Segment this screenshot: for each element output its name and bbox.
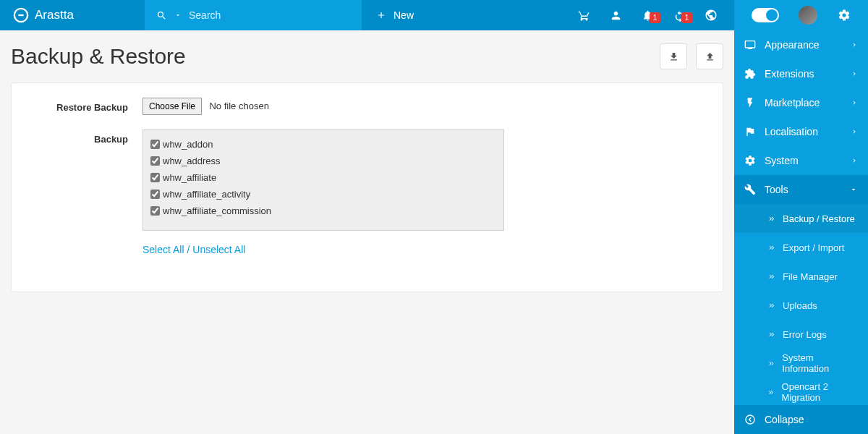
avatar[interactable] xyxy=(799,6,817,25)
main-content: Backup & Restore Restore Backup Choose F… xyxy=(0,30,734,434)
table-name: whw_address xyxy=(163,156,221,166)
brand-label: Arastta xyxy=(35,8,74,22)
double-chevron-icon xyxy=(767,215,775,223)
table-row: whw_affiliate_commission xyxy=(150,203,496,219)
bell-icon[interactable]: 1 xyxy=(631,9,663,22)
table-row: whw_addon xyxy=(150,136,496,153)
restore-label: Restore Backup xyxy=(30,98,142,115)
sidebar-item-system[interactable]: System xyxy=(734,146,868,175)
sub-label: Error Logs xyxy=(783,329,827,340)
search-input[interactable] xyxy=(189,9,319,21)
sub-file-manager[interactable]: File Manager xyxy=(734,262,868,291)
sub-error-logs[interactable]: Error Logs xyxy=(734,320,868,349)
table-row: whw_affiliate_activity xyxy=(150,186,496,203)
sidebar-item-label: Appearance xyxy=(765,39,820,51)
select-links: Select All / Unselect All xyxy=(142,244,504,255)
wrench-icon xyxy=(744,184,756,195)
row-restore: Restore Backup Choose File No file chose… xyxy=(30,98,704,115)
top-icons: 1 1 xyxy=(568,0,734,30)
double-chevron-icon xyxy=(767,244,775,252)
sidebar-item-label: Localisation xyxy=(765,126,818,137)
sub-opencart-migration[interactable]: Opencart 2 Migration xyxy=(734,378,868,407)
cart-icon[interactable] xyxy=(568,9,600,22)
page-title: Backup & Restore xyxy=(11,44,186,69)
sidebar-collapse[interactable]: Collapse xyxy=(734,405,868,434)
table-checkbox[interactable] xyxy=(150,156,160,166)
upload-button[interactable] xyxy=(696,43,723,69)
select-all-link[interactable]: Select All xyxy=(142,244,184,255)
plus-icon xyxy=(376,10,386,20)
backup-control: whw_addon whw_address whw_affiliate whw_… xyxy=(142,129,504,255)
rightbar-top xyxy=(734,0,868,30)
refresh-icon[interactable]: 1 xyxy=(663,9,695,22)
new-label: New xyxy=(393,9,414,21)
table-name: whw_affiliate_commission xyxy=(163,205,271,216)
table-name: whw_addon xyxy=(163,139,213,150)
svg-point-1 xyxy=(746,415,754,424)
sidebar-item-extensions[interactable]: Extensions xyxy=(734,59,868,88)
refresh-badge: 1 xyxy=(681,12,692,23)
sidebar-item-label: Extensions xyxy=(765,68,814,80)
logo-icon xyxy=(13,7,29,23)
gear-icon[interactable] xyxy=(838,9,851,22)
double-chevron-icon xyxy=(767,302,775,310)
action-buttons xyxy=(660,43,723,69)
bolt-icon xyxy=(744,97,756,109)
sub-export-import[interactable]: Export / Import xyxy=(734,233,868,262)
table-row: whw_address xyxy=(150,153,496,169)
title-bar: Backup & Restore xyxy=(11,43,723,69)
table-checkbox[interactable] xyxy=(150,190,160,199)
chevron-right-icon xyxy=(851,70,858,77)
sub-uploads[interactable]: Uploads xyxy=(734,291,868,320)
sub-backup-restore[interactable]: Backup / Restore xyxy=(734,204,868,233)
sidebar-item-label: System xyxy=(765,155,799,166)
row-backup: Backup whw_addon whw_address whw_affilia… xyxy=(30,129,704,255)
chevron-right-icon xyxy=(851,128,858,135)
table-name: whw_affiliate xyxy=(163,172,216,183)
collapse-icon xyxy=(744,414,756,425)
user-icon[interactable] xyxy=(600,9,631,22)
double-chevron-icon xyxy=(767,331,775,339)
search-icon[interactable] xyxy=(156,10,167,21)
toggle-switch[interactable] xyxy=(752,8,779,22)
chevron-down-icon xyxy=(849,185,858,194)
puzzle-icon xyxy=(744,68,756,80)
caret-down-icon[interactable] xyxy=(174,12,182,19)
flag-icon xyxy=(744,126,756,137)
choose-file-button[interactable]: Choose File xyxy=(142,98,202,115)
sub-label: Opencart 2 Migration xyxy=(782,381,858,403)
brand[interactable]: Arastta xyxy=(0,0,145,30)
sidebar-item-localisation[interactable]: Localisation xyxy=(734,117,868,146)
table-checkbox[interactable] xyxy=(150,206,160,216)
sub-label: Export / Import xyxy=(783,242,844,253)
cog-icon xyxy=(744,155,756,166)
form-panel: Restore Backup Choose File No file chose… xyxy=(11,82,723,292)
search-box xyxy=(145,0,362,30)
double-chevron-icon xyxy=(767,359,775,367)
sidebar-item-label: Tools xyxy=(765,184,788,195)
unselect-all-link[interactable]: Unselect All xyxy=(192,244,245,255)
double-chevron-icon xyxy=(767,388,775,396)
table-row: whw_affiliate xyxy=(150,169,496,186)
sub-label: Uploads xyxy=(783,300,817,311)
double-chevron-icon xyxy=(767,273,775,281)
collapse-label: Collapse xyxy=(765,414,804,425)
sidebar-item-marketplace[interactable]: Marketplace xyxy=(734,88,868,117)
download-button[interactable] xyxy=(660,43,687,69)
globe-icon[interactable] xyxy=(695,9,727,22)
top-bar: Arastta New 1 1 xyxy=(0,0,868,30)
sub-label: Backup / Restore xyxy=(783,213,855,224)
sidebar-item-label: Marketplace xyxy=(765,97,820,109)
chevron-right-icon xyxy=(851,157,858,164)
chevron-right-icon xyxy=(851,41,858,48)
sub-system-information[interactable]: System Information xyxy=(734,349,868,378)
table-name: whw_affiliate_activity xyxy=(163,189,250,200)
sidebar-item-tools[interactable]: Tools xyxy=(734,175,868,204)
sub-label: File Manager xyxy=(783,271,838,282)
sidebar-item-appearance[interactable]: Appearance xyxy=(734,30,868,59)
new-button[interactable]: New xyxy=(362,0,428,30)
table-checkbox[interactable] xyxy=(150,140,160,149)
tables-list[interactable]: whw_addon whw_address whw_affiliate whw_… xyxy=(142,129,504,231)
table-checkbox[interactable] xyxy=(150,173,160,182)
file-control: Choose File No file chosen xyxy=(142,98,504,115)
